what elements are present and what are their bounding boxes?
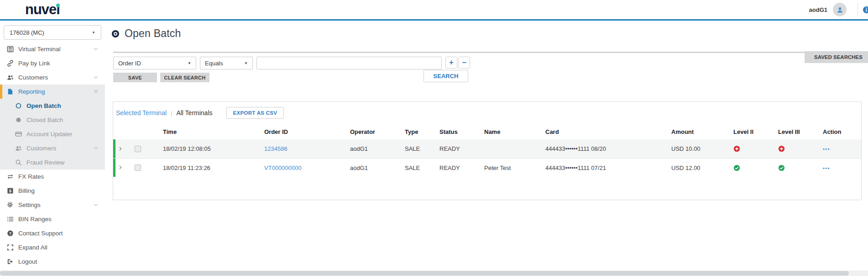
svg-text:?: ? xyxy=(9,231,11,235)
dropdown-arrow-icon: ▼ xyxy=(241,61,248,65)
order-id-link[interactable]: VT000000000 xyxy=(264,165,302,171)
sidebar-item-fx-rates[interactable]: FX Rates xyxy=(0,170,105,184)
filter-operator-value: Equals xyxy=(205,60,223,67)
row-expand-button[interactable] xyxy=(117,165,124,171)
column-header-card: Card xyxy=(530,128,656,135)
export-csv-button[interactable]: EXPORT AS CSV xyxy=(226,107,284,119)
logout-icon xyxy=(7,258,14,265)
clear-search-button[interactable]: CLEAR SEARCH xyxy=(160,73,209,82)
column-header-operator: Operator xyxy=(335,128,390,135)
row-actions-button[interactable]: ••• xyxy=(823,165,830,171)
report-icon xyxy=(7,88,14,96)
sidebar-item-billing[interactable]: $Billing xyxy=(0,184,105,198)
column-header-action: Action xyxy=(808,128,856,135)
sidebar-item-label: Logout xyxy=(18,258,37,265)
dropdown-arrow-icon: ▼ xyxy=(92,31,95,35)
row-actions-button[interactable]: ••• xyxy=(823,146,830,152)
column-header-type: Type xyxy=(390,128,424,135)
chevron-down-icon[interactable] xyxy=(93,202,99,208)
logo-text: nuvei xyxy=(25,1,60,17)
sidebar-item-label: Open Batch xyxy=(26,102,61,109)
billing-icon: $ xyxy=(7,187,14,195)
filter-value-input[interactable] xyxy=(256,57,442,69)
sidebar-item-customers[interactable]: Customers xyxy=(0,70,105,85)
fx-icon xyxy=(7,173,14,180)
sidebar-item-label: BIN Ranges xyxy=(18,216,52,223)
row-checkbox[interactable] xyxy=(135,146,141,152)
chevron-down-icon[interactable] xyxy=(93,145,99,152)
selected-terminal-link[interactable]: Selected Terminal xyxy=(116,109,167,117)
sidebar-item-virtual-terminal[interactable]: Virtual Terminal xyxy=(0,42,105,56)
calculator-icon xyxy=(7,46,14,53)
sidebar-item-label: Billing xyxy=(18,187,35,194)
cell-level2 xyxy=(718,145,763,152)
page-title: Open Batch xyxy=(125,27,181,40)
add-filter-button[interactable]: + xyxy=(445,57,457,69)
save-button[interactable]: SAVE xyxy=(113,73,157,82)
search-button[interactable]: SEARCH xyxy=(424,70,468,82)
person-icon xyxy=(836,6,844,14)
open-batch-target-icon xyxy=(112,30,119,37)
row-expand-button[interactable] xyxy=(117,146,124,152)
saved-searches-button[interactable]: SAVED SEARCHES xyxy=(805,51,868,63)
customers-icon xyxy=(7,74,14,81)
cell-card: 444433••••••1111 08/20 xyxy=(530,145,656,152)
link-icon xyxy=(7,60,14,67)
row-checkbox[interactable] xyxy=(135,165,141,171)
circle-filled-icon xyxy=(15,117,22,124)
filter-operator-select[interactable]: Equals ▼ xyxy=(200,57,253,69)
toolbar-separator: | xyxy=(171,110,172,117)
table-header-row: TimeOrder IDOperatorTypeStatusNameCardAm… xyxy=(113,124,861,139)
terminal-selector[interactable]: 176028 (MC) ▼ xyxy=(4,25,101,40)
sidebar-item-label: Contact Support xyxy=(18,230,63,237)
order-id-link[interactable]: 1234586 xyxy=(264,145,288,152)
sidebar-item-open-batch[interactable]: Open Batch xyxy=(0,99,105,113)
chevron-down-icon[interactable] xyxy=(93,46,99,53)
chevron-down-icon[interactable] xyxy=(93,74,99,81)
table-row: 18/02/19 11:23:26VT000000000aodG1SALEREA… xyxy=(113,158,861,177)
cell-status: READY xyxy=(424,165,469,171)
top-header: nuvei aodG1 xyxy=(0,0,868,21)
nuvei-logo[interactable]: nuvei xyxy=(25,1,60,18)
sidebar-item-closed-batch[interactable]: Closed Batch xyxy=(0,113,105,127)
column-header-level-ii: Level II xyxy=(718,128,763,135)
horizontal-scrollbar-thumb[interactable] xyxy=(0,271,849,276)
error-circle-icon xyxy=(733,145,763,152)
sidebar-item-customers[interactable]: Customers xyxy=(0,141,105,155)
sidebar-item-logout[interactable]: Logout xyxy=(0,255,105,269)
saved-searches-label: SAVED SEARCHES xyxy=(814,54,863,60)
sidebar-item-fraud-review[interactable]: Fraud Review xyxy=(0,155,105,170)
close-icon[interactable] xyxy=(93,88,99,95)
sidebar-item-label: Closed Batch xyxy=(26,117,63,123)
sidebar-item-label: Pay by Link xyxy=(18,60,50,67)
sidebar-item-label: Customers xyxy=(26,145,56,152)
remove-filter-button[interactable]: − xyxy=(458,57,470,69)
sidebar-item-account-updater[interactable]: Account Updater xyxy=(0,127,105,141)
sidebar: 176028 (MC) ▼ Virtual TerminalPay by Lin… xyxy=(0,21,105,271)
sidebar-item-bin-ranges[interactable]: BIN Ranges xyxy=(0,212,105,226)
cell-amount: USD 10.00 xyxy=(656,145,718,152)
sidebar-item-contact-support[interactable]: ?Contact Support xyxy=(0,226,105,240)
column-header-time: Time xyxy=(148,128,249,135)
settings-icon xyxy=(7,202,14,209)
list-icon xyxy=(7,216,14,223)
info-icon[interactable] xyxy=(863,6,868,14)
logo-teal-dot-icon xyxy=(56,4,60,7)
horizontal-scrollbar-track[interactable] xyxy=(0,271,868,276)
sidebar-item-label: Settings xyxy=(18,202,41,208)
column-header-status: Status xyxy=(424,128,469,135)
terminal-selector-value: 176028 (MC) xyxy=(10,29,44,36)
sidebar-item-pay-by-link[interactable]: Pay by Link xyxy=(0,56,105,70)
cell-level3 xyxy=(763,145,808,152)
header-divider xyxy=(858,3,858,16)
username-label: aodG1 xyxy=(809,6,827,13)
sidebar-item-reporting[interactable]: Reporting xyxy=(0,85,105,99)
column-header-name: Name xyxy=(469,128,530,135)
sidebar-item-settings[interactable]: Settings xyxy=(0,198,105,212)
filter-field-select[interactable]: Order ID ▼ xyxy=(113,57,196,69)
sidebar-item-label: Virtual Terminal xyxy=(18,46,61,53)
sidebar-item-expand-all[interactable]: Expand All xyxy=(0,240,105,255)
cell-time: 18/02/19 12:08:05 xyxy=(148,145,249,152)
sidebar-item-label: Expand All xyxy=(18,244,47,251)
user-avatar[interactable] xyxy=(833,3,847,16)
